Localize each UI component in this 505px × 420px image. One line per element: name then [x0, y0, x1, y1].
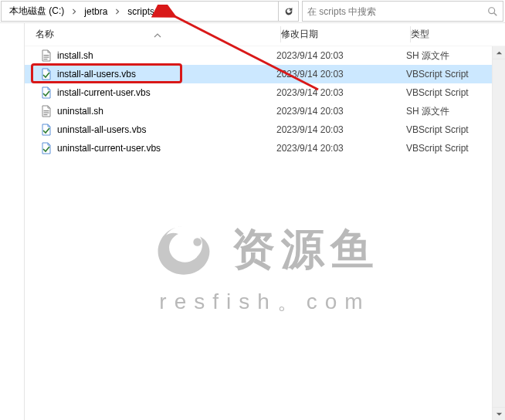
file-date-cell: 2023/9/14 20:03: [276, 50, 406, 61]
scroll-up-button[interactable]: [493, 46, 505, 59]
content-area: 名称 修改日期 类型 install.sh2023/9/14 20:03SH 源…: [0, 23, 505, 420]
column-header-name[interactable]: 名称: [36, 23, 281, 46]
file-row[interactable]: uninstall-all-users.vbs2023/9/14 20:03VB…: [25, 120, 505, 139]
vbs-file-icon: [40, 68, 53, 80]
chevron-right-icon[interactable]: [69, 2, 80, 21]
file-name-cell: install-all-users.vbs: [40, 68, 276, 80]
chevron-down-icon: [496, 411, 503, 418]
vertical-scrollbar[interactable]: [492, 46, 505, 420]
search-icon: [487, 6, 498, 17]
chevron-up-icon: [154, 32, 161, 39]
chevron-up-icon: [496, 49, 503, 56]
file-type-cell: VBScript Script: [406, 143, 505, 154]
navigation-pane[interactable]: [0, 23, 25, 420]
column-header-date[interactable]: 修改日期: [281, 23, 411, 46]
file-type-cell: VBScript Script: [406, 87, 505, 98]
file-name-cell: install-current-user.vbs: [40, 86, 276, 99]
file-row[interactable]: uninstall.sh2023/9/14 20:03SH 源文件: [25, 102, 505, 120]
column-header-date-label: 修改日期: [281, 28, 318, 41]
svg-rect-6: [44, 113, 49, 113]
column-header-type-label: 类型: [411, 28, 429, 41]
column-header-type[interactable]: 类型: [411, 23, 505, 46]
refresh-icon: [283, 6, 294, 17]
file-date-cell: 2023/9/14 20:03: [276, 87, 406, 98]
search-box[interactable]: [302, 1, 503, 22]
vbs-file-icon: [40, 142, 53, 154]
search-input[interactable]: [307, 6, 484, 17]
breadcrumb-bar[interactable]: 本地磁盘 (C:)jetbrascripts: [1, 1, 279, 22]
breadcrumb-segment[interactable]: jetbra: [80, 2, 112, 21]
svg-rect-3: [44, 57, 49, 58]
file-date-cell: 2023/9/14 20:03: [276, 143, 406, 154]
file-name-label: uninstall-all-users.vbs: [57, 124, 146, 135]
file-name-cell: uninstall-all-users.vbs: [40, 124, 276, 136]
file-row[interactable]: install-all-users.vbs2023/9/14 20:03VBSc…: [25, 65, 505, 83]
vbs-file-icon: [40, 124, 53, 136]
svg-rect-2: [44, 55, 49, 56]
explorer-window: 本地磁盘 (C:)jetbrascripts 名称: [0, 0, 505, 420]
chevron-down-icon: [163, 8, 170, 15]
file-name-cell: uninstall-current-user.vbs: [40, 142, 276, 154]
file-type-cell: VBScript Script: [406, 69, 505, 80]
breadcrumb-segment[interactable]: 本地磁盘 (C:): [5, 2, 69, 21]
file-date-cell: 2023/9/14 20:03: [276, 124, 406, 135]
sh-file-icon: [40, 105, 53, 117]
column-header-name-label: 名称: [36, 28, 54, 41]
svg-rect-4: [44, 59, 48, 59]
file-name-label: install-current-user.vbs: [57, 87, 151, 98]
file-name-label: uninstall-current-user.vbs: [57, 143, 161, 154]
breadcrumb-dropdown-button[interactable]: [159, 2, 173, 21]
file-list[interactable]: install.sh2023/9/14 20:03SH 源文件install-a…: [25, 46, 505, 420]
file-name-label: install.sh: [57, 50, 93, 61]
svg-point-0: [489, 7, 495, 13]
file-row[interactable]: uninstall-current-user.vbs2023/9/14 20:0…: [25, 139, 505, 158]
file-row[interactable]: install.sh2023/9/14 20:03SH 源文件: [25, 46, 505, 65]
svg-rect-7: [44, 114, 48, 115]
file-type-cell: VBScript Script: [406, 124, 505, 135]
breadcrumb-segment[interactable]: scripts: [123, 2, 159, 21]
file-list-pane: 名称 修改日期 类型 install.sh2023/9/14 20:03SH 源…: [25, 23, 505, 420]
vbs-file-icon: [40, 86, 53, 99]
svg-rect-5: [44, 110, 49, 111]
file-type-cell: SH 源文件: [406, 105, 505, 118]
address-toolbar: 本地磁盘 (C:)jetbrascripts: [0, 0, 505, 23]
chevron-right-icon[interactable]: [112, 2, 123, 21]
file-date-cell: 2023/9/14 20:03: [276, 106, 406, 117]
sh-file-icon: [40, 49, 53, 62]
svg-line-1: [494, 12, 497, 15]
file-date-cell: 2023/9/14 20:03: [276, 69, 406, 80]
file-row[interactable]: install-current-user.vbs2023/9/14 20:03V…: [25, 83, 505, 102]
file-name-cell: uninstall.sh: [40, 105, 276, 117]
sort-indicator: [154, 31, 161, 39]
file-type-cell: SH 源文件: [406, 49, 505, 63]
refresh-button[interactable]: [279, 1, 299, 22]
scroll-down-button[interactable]: [493, 407, 505, 420]
column-headers: 名称 修改日期 类型: [25, 23, 505, 46]
file-name-cell: install.sh: [40, 49, 276, 62]
file-name-label: install-all-users.vbs: [57, 69, 136, 80]
file-name-label: uninstall.sh: [57, 106, 103, 117]
